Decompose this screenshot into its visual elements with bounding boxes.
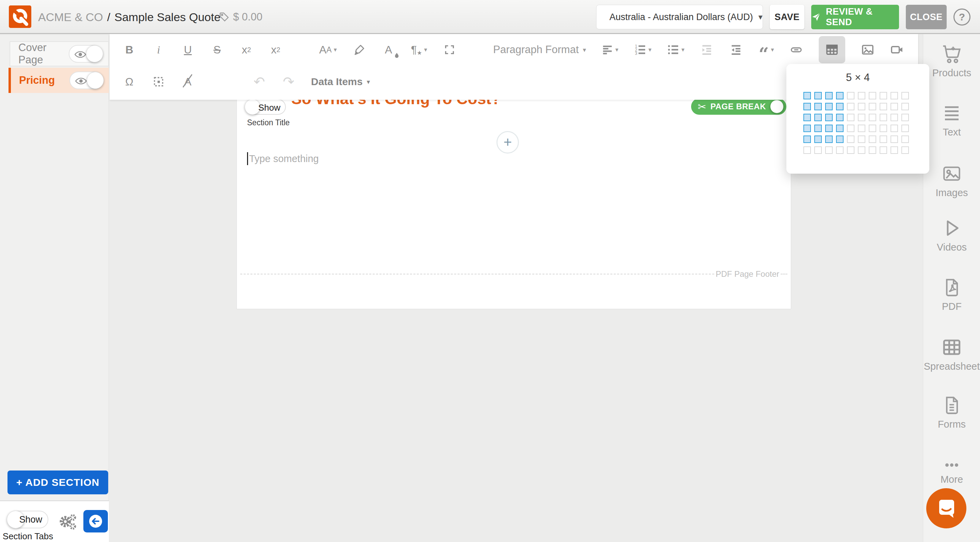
grid-size-cell[interactable]: [836, 92, 843, 99]
add-block-button[interactable]: +: [496, 131, 519, 153]
grid-size-cell[interactable]: [869, 136, 876, 143]
grid-size-cell[interactable]: [847, 136, 854, 143]
grid-size-cell[interactable]: [803, 147, 811, 154]
grid-size-cell[interactable]: [869, 124, 876, 132]
grid-size-cell[interactable]: [901, 114, 909, 121]
grid-size-cell[interactable]: [825, 124, 833, 132]
palette-item-spreadsheet[interactable]: Spreadsheet: [923, 336, 980, 372]
undo-button[interactable]: ↶: [253, 69, 266, 95]
superscript-button[interactable]: x2: [269, 37, 282, 63]
insert-image-button[interactable]: [861, 37, 875, 63]
review-send-button[interactable]: REVIEW & SEND: [811, 5, 899, 29]
strikethrough-button[interactable]: S: [210, 37, 224, 63]
select-cell-button[interactable]: [152, 69, 165, 95]
grid-size-cell[interactable]: [825, 92, 833, 99]
section-title-toggle[interactable]: Show: [245, 99, 286, 115]
visibility-toggle[interactable]: [69, 45, 103, 63]
grid-size-cell[interactable]: [847, 147, 854, 154]
close-button[interactable]: CLOSE: [906, 5, 947, 29]
link-button[interactable]: [789, 37, 803, 63]
grid-size-cell[interactable]: [880, 124, 887, 132]
redo-button[interactable]: ↷: [282, 69, 295, 95]
grid-size-cell[interactable]: [880, 147, 887, 154]
grid-size-cell[interactable]: [825, 147, 833, 154]
blockquote-button[interactable]: “ ▾: [759, 37, 774, 63]
grid-size-cell[interactable]: [891, 114, 898, 121]
grid-size-cell[interactable]: [858, 136, 865, 143]
grid-size-cell[interactable]: [814, 103, 822, 110]
indent-button[interactable]: [729, 37, 743, 63]
grid-size-cell[interactable]: [836, 103, 843, 110]
text-block[interactable]: Type something: [247, 152, 319, 165]
grid-size-cell[interactable]: [814, 92, 822, 99]
grid-size-cell[interactable]: [858, 147, 865, 154]
grid-size-cell[interactable]: [847, 114, 854, 121]
grid-size-cell[interactable]: [880, 136, 887, 143]
grid-size-cell[interactable]: [814, 147, 822, 154]
grid-size-cell[interactable]: [847, 92, 854, 99]
grid-size-cell[interactable]: [869, 147, 876, 154]
fullscreen-button[interactable]: [443, 37, 456, 63]
chat-launcher-button[interactable]: [926, 488, 966, 528]
special-characters-button[interactable]: Ω: [123, 69, 136, 95]
subscript-button[interactable]: x2: [240, 37, 253, 63]
grid-size-cell[interactable]: [880, 103, 887, 110]
paragraph-style-button[interactable]: ¶★▾: [411, 37, 427, 63]
app-logo-icon[interactable]: [9, 5, 31, 28]
italic-button[interactable]: i: [152, 37, 165, 63]
help-button[interactable]: ?: [953, 8, 970, 26]
sidebar-item-cover-page[interactable]: Cover Page: [10, 41, 109, 66]
data-items-dropdown[interactable]: Data Items▾: [311, 76, 370, 88]
settings-gear-icon[interactable]: [57, 511, 78, 532]
grid-size-cell[interactable]: [825, 114, 833, 121]
grid-size-cell[interactable]: [891, 92, 898, 99]
clear-formatting-button[interactable]: A: [181, 69, 195, 95]
brand-name[interactable]: ACME & CO: [38, 11, 103, 24]
grid-size-cell[interactable]: [836, 147, 843, 154]
table-size-grid[interactable]: [803, 92, 929, 154]
visibility-toggle[interactable]: [69, 72, 103, 89]
toggle-knob[interactable]: [87, 72, 104, 89]
grid-size-cell[interactable]: [825, 103, 833, 110]
grid-size-cell[interactable]: [825, 136, 833, 143]
grid-size-cell[interactable]: [901, 103, 909, 110]
grid-size-cell[interactable]: [847, 103, 854, 110]
grid-size-cell[interactable]: [858, 114, 865, 121]
grid-size-cell[interactable]: [836, 136, 843, 143]
font-size-button[interactable]: AA▾: [319, 37, 337, 63]
highlighter-button[interactable]: [353, 37, 366, 63]
page-break-toggle[interactable]: ✂ PAGE BREAK: [691, 99, 786, 115]
grid-size-cell[interactable]: [901, 147, 909, 154]
palette-item-videos[interactable]: Videos: [923, 217, 980, 253]
sidebar-item-pricing[interactable]: Pricing: [8, 68, 109, 93]
grid-size-cell[interactable]: [858, 124, 865, 132]
grid-size-cell[interactable]: [880, 114, 887, 121]
insert-table-button[interactable]: [819, 36, 845, 63]
grid-size-cell[interactable]: [803, 92, 811, 99]
grid-size-cell[interactable]: [858, 92, 865, 99]
grid-size-cell[interactable]: [901, 92, 909, 99]
grid-size-cell[interactable]: [814, 114, 822, 121]
grid-size-cell[interactable]: [814, 136, 822, 143]
grid-size-cell[interactable]: [803, 136, 811, 143]
toggle-knob[interactable]: [86, 45, 103, 62]
outdent-button[interactable]: [700, 37, 714, 63]
grid-size-cell[interactable]: [869, 114, 876, 121]
bullet-list-button[interactable]: ▾: [667, 37, 684, 63]
document-title[interactable]: Sample Sales Quote: [115, 11, 221, 24]
insert-video-button[interactable]: [890, 37, 904, 63]
grid-size-cell[interactable]: [901, 136, 909, 143]
grid-size-cell[interactable]: [891, 103, 898, 110]
grid-size-cell[interactable]: [869, 92, 876, 99]
collapse-sidebar-button[interactable]: [83, 510, 108, 532]
grid-size-cell[interactable]: [891, 124, 898, 132]
grid-size-cell[interactable]: [869, 103, 876, 110]
grid-size-cell[interactable]: [847, 124, 854, 132]
grid-size-cell[interactable]: [891, 147, 898, 154]
palette-item-products[interactable]: Products: [923, 43, 980, 79]
grid-size-cell[interactable]: [901, 124, 909, 132]
palette-item-more[interactable]: More: [923, 459, 980, 485]
grid-size-cell[interactable]: [880, 92, 887, 99]
text-color-button[interactable]: A: [382, 37, 395, 63]
ordered-list-button[interactable]: 123 ▾: [634, 37, 651, 63]
